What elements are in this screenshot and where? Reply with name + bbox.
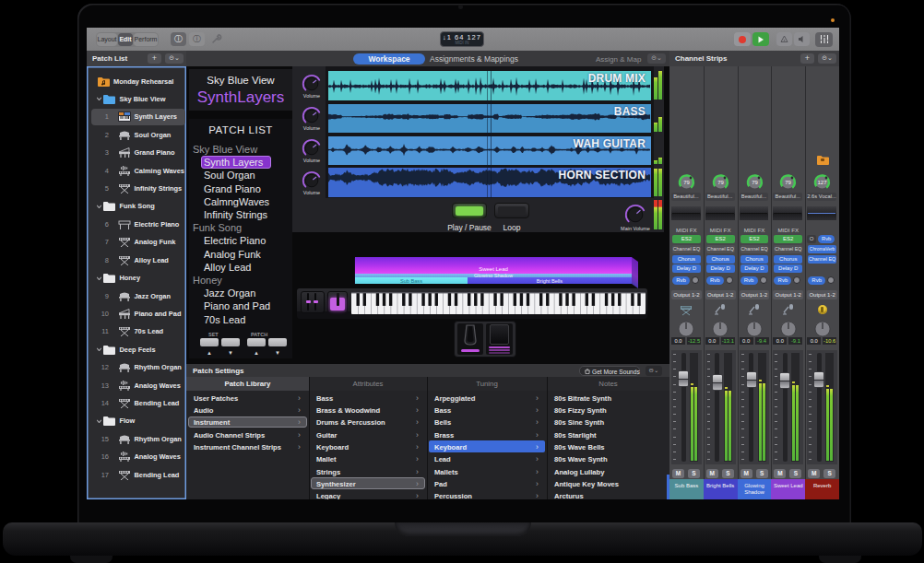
svg-text:79: 79	[752, 180, 758, 185]
svg-text:79: 79	[683, 180, 690, 185]
svg-text:79: 79	[785, 180, 791, 185]
svg-text:79: 79	[717, 180, 724, 185]
svg-text:127: 127	[818, 180, 828, 185]
